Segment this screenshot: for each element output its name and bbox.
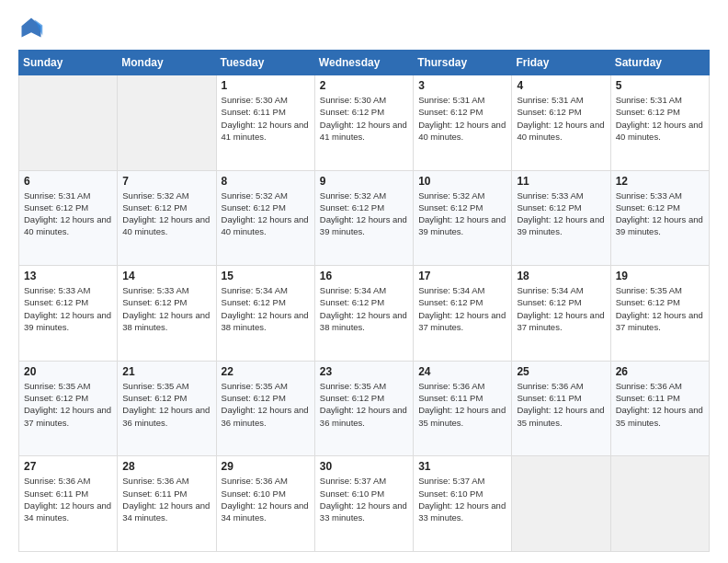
- day-number: 3: [418, 79, 506, 92]
- day-number: 25: [517, 365, 605, 378]
- day-number: 1: [222, 79, 310, 92]
- day-number: 17: [418, 270, 506, 282]
- weekday-header-tuesday: Tuesday: [216, 51, 314, 75]
- day-info: Sunrise: 5:30 AMSunset: 6:12 PMDaylight:…: [320, 94, 408, 143]
- calendar-cell: 13Sunrise: 5:33 AMSunset: 6:12 PMDayligh…: [19, 266, 118, 362]
- calendar-cell: 4Sunrise: 5:31 AMSunset: 6:12 PMDaylight…: [512, 75, 610, 171]
- day-info: Sunrise: 5:33 AMSunset: 6:12 PMDaylight:…: [517, 190, 605, 238]
- calendar-cell: 2Sunrise: 5:30 AMSunset: 6:12 PMDaylight…: [314, 75, 413, 171]
- day-number: 24: [418, 365, 506, 378]
- logo: [18, 15, 48, 40]
- calendar-cell: 14Sunrise: 5:33 AMSunset: 6:12 PMDayligh…: [118, 266, 216, 362]
- calendar-cell: 3Sunrise: 5:31 AMSunset: 6:12 PMDaylight…: [414, 75, 512, 171]
- weekday-header-saturday: Saturday: [610, 51, 709, 75]
- header: [18, 15, 710, 40]
- day-number: 13: [24, 270, 112, 282]
- day-info: Sunrise: 5:33 AMSunset: 6:12 PMDaylight:…: [616, 190, 704, 238]
- svg-marker-0: [22, 18, 41, 38]
- day-info: Sunrise: 5:37 AMSunset: 6:10 PMDaylight:…: [418, 475, 506, 523]
- day-number: 26: [616, 365, 704, 378]
- calendar-table: SundayMondayTuesdayWednesdayThursdayFrid…: [18, 50, 710, 552]
- day-number: 10: [418, 175, 506, 188]
- day-number: 30: [320, 460, 408, 473]
- day-info: Sunrise: 5:31 AMSunset: 6:12 PMDaylight:…: [418, 94, 506, 143]
- calendar-cell: 7Sunrise: 5:32 AMSunset: 6:12 PMDaylight…: [118, 170, 216, 266]
- day-number: 9: [320, 175, 408, 188]
- calendar-cell: 23Sunrise: 5:35 AMSunset: 6:12 PMDayligh…: [314, 361, 413, 456]
- calendar-cell: 19Sunrise: 5:35 AMSunset: 6:12 PMDayligh…: [610, 266, 709, 362]
- day-number: 21: [122, 365, 210, 378]
- day-info: Sunrise: 5:33 AMSunset: 6:12 PMDaylight:…: [122, 284, 210, 333]
- day-info: Sunrise: 5:34 AMSunset: 6:12 PMDaylight:…: [517, 284, 605, 333]
- day-number: 5: [616, 79, 704, 92]
- day-info: Sunrise: 5:34 AMSunset: 6:12 PMDaylight:…: [418, 284, 506, 333]
- day-number: 11: [517, 175, 605, 188]
- day-number: 4: [517, 79, 605, 92]
- weekday-header-row: SundayMondayTuesdayWednesdayThursdayFrid…: [19, 51, 710, 75]
- calendar-cell: 24Sunrise: 5:36 AMSunset: 6:11 PMDayligh…: [414, 361, 512, 456]
- day-number: 14: [122, 270, 210, 282]
- calendar-cell: 25Sunrise: 5:36 AMSunset: 6:11 PMDayligh…: [512, 361, 610, 456]
- calendar-cell: 21Sunrise: 5:35 AMSunset: 6:12 PMDayligh…: [118, 361, 216, 456]
- calendar-cell: 8Sunrise: 5:32 AMSunset: 6:12 PMDaylight…: [216, 170, 314, 266]
- day-number: 16: [320, 270, 408, 282]
- day-info: Sunrise: 5:35 AMSunset: 6:12 PMDaylight:…: [222, 380, 310, 429]
- weekday-header-thursday: Thursday: [414, 51, 512, 75]
- calendar-cell: 28Sunrise: 5:36 AMSunset: 6:11 PMDayligh…: [118, 456, 216, 552]
- calendar-cell: 20Sunrise: 5:35 AMSunset: 6:12 PMDayligh…: [19, 361, 118, 456]
- calendar-cell: [118, 75, 216, 171]
- week-row-4: 20Sunrise: 5:35 AMSunset: 6:12 PMDayligh…: [19, 361, 710, 456]
- calendar-cell: 9Sunrise: 5:32 AMSunset: 6:12 PMDaylight…: [314, 170, 413, 266]
- day-number: 7: [122, 175, 210, 188]
- day-info: Sunrise: 5:35 AMSunset: 6:12 PMDaylight:…: [616, 284, 704, 333]
- day-info: Sunrise: 5:31 AMSunset: 6:12 PMDaylight:…: [24, 190, 112, 238]
- day-number: 27: [24, 460, 112, 473]
- calendar-cell: 17Sunrise: 5:34 AMSunset: 6:12 PMDayligh…: [414, 266, 512, 362]
- day-info: Sunrise: 5:36 AMSunset: 6:10 PMDaylight:…: [222, 475, 310, 523]
- logo-icon: [18, 15, 44, 40]
- day-number: 8: [222, 175, 310, 188]
- calendar-cell: [610, 456, 709, 552]
- day-number: 20: [24, 365, 112, 378]
- day-number: 22: [222, 365, 310, 378]
- day-number: 12: [616, 175, 704, 188]
- day-info: Sunrise: 5:32 AMSunset: 6:12 PMDaylight:…: [320, 190, 408, 238]
- day-info: Sunrise: 5:37 AMSunset: 6:10 PMDaylight:…: [320, 475, 408, 523]
- day-info: Sunrise: 5:34 AMSunset: 6:12 PMDaylight:…: [222, 284, 310, 333]
- calendar-cell: 31Sunrise: 5:37 AMSunset: 6:10 PMDayligh…: [414, 456, 512, 552]
- day-info: Sunrise: 5:33 AMSunset: 6:12 PMDaylight:…: [24, 284, 112, 333]
- page: SundayMondayTuesdayWednesdayThursdayFrid…: [0, 0, 728, 563]
- calendar-cell: 6Sunrise: 5:31 AMSunset: 6:12 PMDaylight…: [19, 170, 118, 266]
- day-number: 6: [24, 175, 112, 188]
- calendar-cell: 11Sunrise: 5:33 AMSunset: 6:12 PMDayligh…: [512, 170, 610, 266]
- day-info: Sunrise: 5:35 AMSunset: 6:12 PMDaylight:…: [122, 380, 210, 429]
- calendar-cell: 12Sunrise: 5:33 AMSunset: 6:12 PMDayligh…: [610, 170, 709, 266]
- calendar-cell: 29Sunrise: 5:36 AMSunset: 6:10 PMDayligh…: [216, 456, 314, 552]
- calendar-cell: 27Sunrise: 5:36 AMSunset: 6:11 PMDayligh…: [19, 456, 118, 552]
- day-info: Sunrise: 5:32 AMSunset: 6:12 PMDaylight:…: [418, 190, 506, 238]
- day-info: Sunrise: 5:30 AMSunset: 6:11 PMDaylight:…: [222, 94, 310, 143]
- day-info: Sunrise: 5:35 AMSunset: 6:12 PMDaylight:…: [320, 380, 408, 429]
- weekday-header-monday: Monday: [118, 51, 216, 75]
- calendar-cell: 1Sunrise: 5:30 AMSunset: 6:11 PMDaylight…: [216, 75, 314, 171]
- day-info: Sunrise: 5:36 AMSunset: 6:11 PMDaylight:…: [122, 475, 210, 523]
- day-info: Sunrise: 5:36 AMSunset: 6:11 PMDaylight:…: [418, 380, 506, 429]
- week-row-3: 13Sunrise: 5:33 AMSunset: 6:12 PMDayligh…: [19, 266, 710, 362]
- calendar-cell: 16Sunrise: 5:34 AMSunset: 6:12 PMDayligh…: [314, 266, 413, 362]
- weekday-header-sunday: Sunday: [19, 51, 118, 75]
- weekday-header-wednesday: Wednesday: [314, 51, 413, 75]
- day-number: 28: [122, 460, 210, 473]
- week-row-5: 27Sunrise: 5:36 AMSunset: 6:11 PMDayligh…: [19, 456, 710, 552]
- week-row-1: 1Sunrise: 5:30 AMSunset: 6:11 PMDaylight…: [19, 75, 710, 171]
- day-number: 18: [517, 270, 605, 282]
- day-number: 29: [222, 460, 310, 473]
- day-info: Sunrise: 5:36 AMSunset: 6:11 PMDaylight:…: [616, 380, 704, 429]
- calendar-cell: 10Sunrise: 5:32 AMSunset: 6:12 PMDayligh…: [414, 170, 512, 266]
- day-number: 31: [418, 460, 506, 473]
- day-info: Sunrise: 5:34 AMSunset: 6:12 PMDaylight:…: [320, 284, 408, 333]
- day-number: 19: [616, 270, 704, 282]
- day-number: 15: [222, 270, 310, 282]
- day-info: Sunrise: 5:35 AMSunset: 6:12 PMDaylight:…: [24, 380, 112, 429]
- day-number: 2: [320, 79, 408, 92]
- calendar-cell: [19, 75, 118, 171]
